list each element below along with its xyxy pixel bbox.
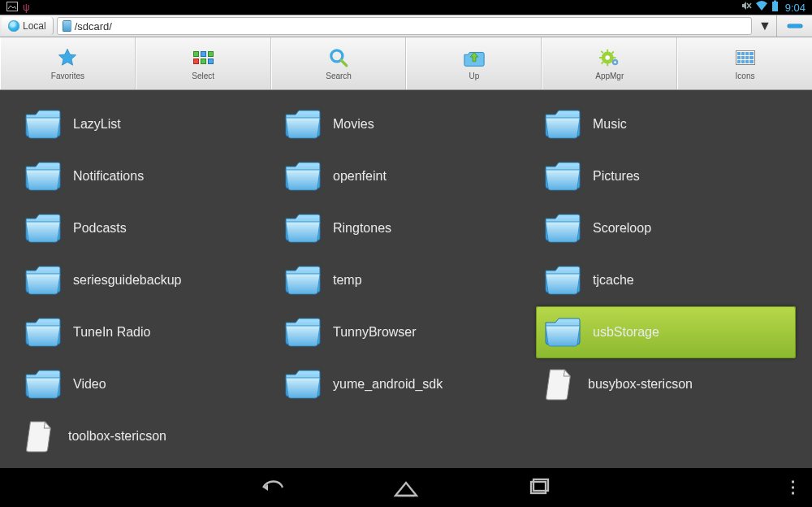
svg-rect-9 (607, 50, 608, 53)
item-label: TunnyBrowser (333, 325, 417, 340)
folder-icon (544, 314, 581, 350)
path-input[interactable]: /sdcard/ (57, 17, 752, 35)
system-nav-bar (0, 468, 812, 507)
toolbar-label: AppMgr (595, 72, 624, 80)
folder-icon (284, 210, 322, 246)
folder-item[interactable]: Music (536, 98, 796, 150)
file-item[interactable]: toolbox-stericson (16, 410, 276, 462)
favorites-button[interactable]: Favorites (0, 37, 136, 89)
select-icon (192, 46, 214, 69)
folder-item[interactable]: Video (16, 358, 276, 410)
item-label: Scoreloop (593, 221, 651, 236)
appmgr-button[interactable]: AppMgr (542, 37, 677, 89)
minus-icon (788, 24, 802, 28)
wifi-icon (755, 0, 768, 15)
folder-item[interactable]: TuneIn Radio (16, 306, 276, 358)
item-label: Ringtones (333, 221, 391, 236)
folder-item[interactable]: Ringtones (276, 202, 536, 254)
file-item[interactable]: busybox-stericson (536, 358, 796, 410)
folder-icon (24, 314, 62, 350)
folder-icon (24, 366, 62, 402)
file-icon (544, 366, 577, 402)
folder-item[interactable]: Movies (276, 98, 536, 150)
mute-icon (741, 0, 752, 15)
icons-button[interactable]: Icons (677, 37, 812, 89)
folder-icon (284, 158, 322, 194)
gear-icon (598, 46, 621, 69)
svg-rect-4 (774, 1, 776, 2)
file-grid[interactable]: LazyList Movies Music Notifications open… (0, 90, 812, 468)
folder-item[interactable]: LazyList (16, 98, 276, 150)
folder-icon (544, 210, 581, 246)
overflow-button[interactable] (792, 481, 794, 495)
svg-point-18 (614, 61, 616, 63)
folder-icon (544, 106, 581, 142)
folder-item[interactable]: Scoreloop (536, 202, 796, 254)
item-label: yume_android_sdk (333, 377, 443, 392)
folder-item[interactable]: Podcasts (16, 202, 276, 254)
folder-icon (284, 262, 322, 298)
item-label: tjcache (593, 273, 634, 288)
folder-item[interactable]: Notifications (16, 150, 276, 202)
folder-icon (544, 262, 581, 298)
item-label: seriesguidebackup (73, 273, 181, 288)
back-button[interactable] (259, 476, 287, 499)
toolbar: Favorites Select Search Up AppMgr Icons (0, 37, 812, 90)
file-icon (24, 418, 57, 454)
folder-item[interactable]: tjcache (536, 254, 796, 306)
item-label: LazyList (73, 117, 121, 132)
toolbar-label: Up (469, 72, 480, 80)
up-button[interactable]: Up (406, 37, 542, 89)
svg-rect-0 (7, 2, 18, 11)
item-label: Video (73, 377, 106, 392)
folder-item[interactable]: temp (276, 254, 536, 306)
svg-line-6 (341, 60, 347, 66)
item-label: Movies (333, 117, 374, 132)
folder-icon (284, 314, 322, 350)
folder-icon (284, 106, 322, 142)
item-label: openfeint (333, 169, 387, 184)
toolbar-label: Select (192, 72, 214, 80)
select-button[interactable]: Select (136, 37, 271, 89)
folder-item[interactable]: seriesguidebackup (16, 254, 276, 306)
item-label: toolbox-stericson (68, 429, 166, 444)
item-label: temp (333, 273, 362, 288)
up-icon (463, 46, 486, 69)
folder-item[interactable]: usbStorage (536, 306, 796, 358)
svg-rect-11 (599, 57, 603, 58)
folder-icon (24, 106, 62, 142)
item-label: usbStorage (593, 325, 659, 340)
local-button[interactable]: Local (2, 17, 54, 35)
folder-item[interactable]: Pictures (536, 150, 796, 202)
toolbar-label: Search (326, 72, 352, 80)
clock: 9:04 (785, 2, 806, 14)
item-label: busybox-stericson (588, 377, 693, 392)
path-text: /sdcard/ (75, 20, 112, 32)
folder-icon (24, 158, 62, 194)
folder-item[interactable]: yume_android_sdk (276, 358, 536, 410)
home-button[interactable] (392, 476, 420, 499)
address-bar: Local /sdcard/ ▼ (0, 15, 812, 37)
svg-rect-13 (600, 50, 603, 54)
gallery-icon (6, 0, 18, 15)
item-label: Notifications (73, 169, 144, 184)
folder-item[interactable]: TunnyBrowser (276, 306, 536, 358)
folder-item[interactable]: openfeint (276, 150, 536, 202)
star-icon (56, 46, 79, 69)
path-dropdown[interactable]: ▼ (754, 15, 776, 37)
toolbar-label: Favorites (51, 72, 84, 80)
toolbar-label: Icons (736, 72, 755, 80)
search-button[interactable]: Search (271, 37, 407, 89)
svg-rect-10 (607, 63, 608, 67)
search-icon (327, 46, 350, 69)
item-label: TuneIn Radio (73, 325, 150, 340)
local-label: Local (23, 20, 46, 32)
item-label: Music (593, 117, 627, 132)
sdcard-icon (63, 20, 71, 32)
svg-point-8 (605, 55, 610, 60)
folder-icon (24, 262, 62, 298)
recent-button[interactable] (525, 476, 553, 499)
status-bar: ψ 9:04 (0, 0, 812, 15)
svg-rect-3 (772, 2, 778, 11)
bookmark-button[interactable] (776, 15, 812, 37)
